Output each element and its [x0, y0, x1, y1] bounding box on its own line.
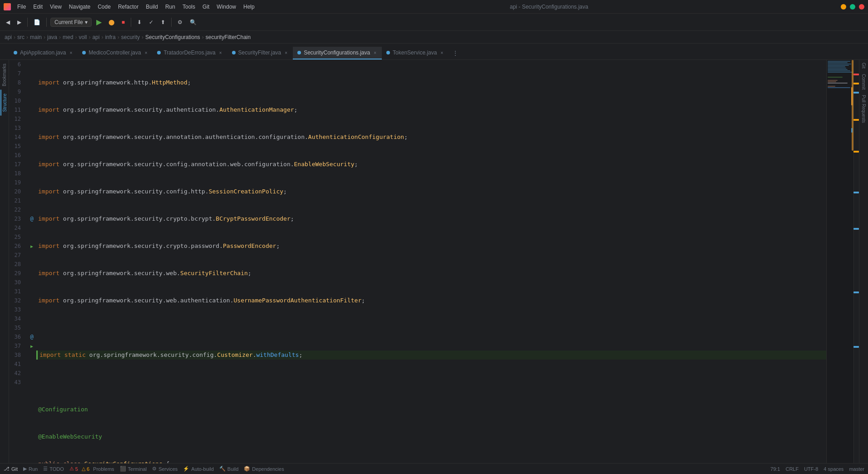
status-line-col[interactable]: 79:1 [770, 466, 780, 472]
tab-close-tratador[interactable]: × [218, 50, 223, 56]
menu-edit[interactable]: Edit [30, 3, 45, 11]
status-branch[interactable]: master [849, 466, 864, 472]
breadcrumb-java[interactable]: java [47, 34, 57, 40]
gutter-icon-33[interactable]: @ [28, 332, 35, 341]
status-terminal[interactable]: ⬛ Terminal [120, 466, 147, 472]
status-line-ending[interactable]: CRLF [785, 466, 799, 472]
run-button[interactable]: ▶ [94, 17, 104, 27]
linenum-43: 43 [9, 378, 24, 387]
git-changes-tab[interactable]: Git [860, 60, 867, 71]
breadcrumb-api[interactable]: api [5, 34, 12, 40]
tab-close-apiapplication[interactable]: × [69, 50, 73, 56]
tab-tokenservice[interactable]: TokenService.java × [382, 47, 449, 59]
search-everywhere-button[interactable]: 🔍 [187, 18, 199, 27]
linenum-23: 23 [9, 214, 24, 223]
warning-indicator-2 [853, 119, 859, 121]
run-scope-selector[interactable]: Current File ▾ [50, 18, 92, 27]
tab-dot-apiapplication [14, 51, 17, 54]
menu-help[interactable]: Help [241, 3, 257, 11]
git-update-button[interactable]: ⬇ [135, 18, 144, 27]
more-tabs-button[interactable]: ⋮ [449, 47, 462, 59]
close-button[interactable] [859, 4, 864, 10]
menu-file[interactable]: File [15, 3, 29, 11]
recent-files-button[interactable]: 📄 [31, 18, 43, 27]
pull-requests-tab[interactable]: Pull Requests [860, 92, 867, 126]
breadcrumb: api › src › main › java › med › voll › a… [0, 31, 868, 44]
status-dependencies[interactable]: 📦 Dependencies [244, 466, 284, 472]
todo-label: TODO [49, 466, 64, 472]
error-icon: ⚠ [69, 466, 74, 472]
tab-close-securityfilter[interactable]: × [284, 50, 288, 56]
services-icon: ⚙ [152, 466, 157, 472]
debug-button[interactable]: ⬤ [106, 18, 117, 27]
tab-close-tokenservice[interactable]: × [439, 50, 444, 56]
code-text[interactable]: import org.springframework.http.HttpMeth… [36, 60, 826, 463]
breadcrumb-infra[interactable]: infra [105, 34, 115, 40]
git-icon: ⎇ [4, 466, 10, 472]
breadcrumb-api2[interactable]: api [92, 34, 99, 40]
commit-tab[interactable]: Commit [860, 71, 867, 92]
menu-run[interactable]: Run [163, 3, 178, 11]
status-services[interactable]: ⚙ Services [152, 466, 178, 472]
tab-securityconfigurations[interactable]: SecurityConfigurations.java × [293, 47, 382, 59]
status-todo[interactable]: ☰ TODO [43, 466, 64, 472]
tab-tratador[interactable]: TratadorDeErros.java × [153, 47, 227, 59]
minimap[interactable] [826, 60, 853, 463]
breadcrumb-main[interactable]: main [30, 34, 42, 40]
gutter-icon-23[interactable]: @ [28, 214, 35, 223]
linenum-25: 25 [9, 232, 24, 242]
indent-label: 4 spaces [824, 466, 843, 472]
code-line-16: import static org.springframework.securi… [36, 351, 826, 360]
menu-code[interactable]: Code [95, 3, 113, 11]
linenum-22: 22 [9, 205, 24, 214]
gutter-icon-33b[interactable]: ▶ [28, 341, 35, 351]
breadcrumb-method[interactable]: securityFilterChain [206, 34, 251, 40]
tab-close-medicocontroller[interactable]: × [144, 50, 148, 56]
git-commit-button[interactable]: ✓ [147, 18, 156, 27]
menu-view[interactable]: View [47, 3, 64, 11]
error-indicator-1 [853, 74, 859, 75]
git-push-button[interactable]: ⬆ [158, 18, 168, 27]
tab-label-securityfilter: SecurityFilter.java [238, 49, 281, 56]
menu-git[interactable]: Git [200, 3, 212, 11]
linenum-28: 28 [9, 260, 24, 269]
menu-window[interactable]: Window [214, 3, 239, 11]
breadcrumb-security[interactable]: security [121, 34, 140, 40]
info-indicator-3 [853, 228, 859, 230]
status-indent[interactable]: 4 spaces [824, 466, 843, 472]
status-build[interactable]: 🔨 Build [219, 466, 238, 472]
stop-button[interactable]: ■ [119, 18, 127, 27]
dependencies-icon: 📦 [244, 466, 250, 472]
linenum-11: 11 [9, 105, 24, 114]
breadcrumb-class[interactable]: SecurityConfigurations [145, 34, 200, 40]
minimize-button[interactable] [841, 4, 846, 10]
breadcrumb-med[interactable]: med [63, 34, 73, 40]
breadcrumb-voll[interactable]: voll [79, 34, 87, 40]
status-charset[interactable]: UTF-8 [804, 466, 818, 472]
status-auto-build[interactable]: ⚡ Auto-build [183, 466, 214, 472]
menu-bar: File Edit View Navigate Code Refactor Bu… [15, 3, 257, 11]
forward-button[interactable]: ▶ [15, 18, 24, 27]
menu-build[interactable]: Build [143, 3, 161, 11]
tab-securityfilter[interactable]: SecurityFilter.java × [227, 47, 293, 59]
warning-indicator-1 [853, 83, 859, 84]
toolbar: ◀ ▶ 📄 Current File ▾ ▶ ⬤ ■ ⬇ ✓ ⬆ ⚙ 🔍 [0, 14, 868, 31]
gutter-icon-23b[interactable]: ▶ [28, 242, 35, 251]
structure-tab[interactable]: Structure [0, 90, 8, 116]
back-button[interactable]: ◀ [4, 18, 12, 27]
tab-apiapplication[interactable]: ApiApplication.java × [9, 47, 78, 59]
menu-refactor[interactable]: Refactor [115, 3, 141, 11]
status-git[interactable]: ⎇ Git [4, 466, 18, 472]
tab-medicocontroller[interactable]: MedicoController.java × [78, 47, 153, 59]
menu-navigate[interactable]: Navigate [66, 3, 93, 11]
line-col-label: 79:1 [770, 466, 780, 472]
maximize-button[interactable] [850, 4, 855, 10]
bookmarks-tab[interactable]: Bookmarks [1, 60, 8, 90]
menu-tools[interactable]: Tools [180, 3, 198, 11]
status-problems[interactable]: ⚠ 5 △ 6 Problems [69, 466, 114, 472]
error-count: 5 [75, 466, 78, 472]
status-run[interactable]: ▶ Run [23, 466, 38, 472]
breadcrumb-src[interactable]: src [17, 34, 25, 40]
tab-close-securityconfigurations[interactable]: × [373, 50, 377, 56]
settings-button[interactable]: ⚙ [175, 18, 185, 27]
